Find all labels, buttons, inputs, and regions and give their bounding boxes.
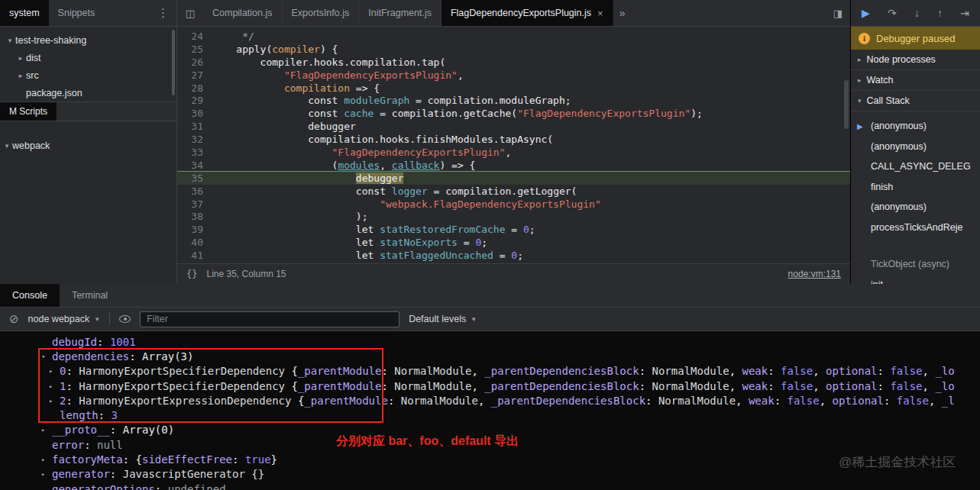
step-over-icon[interactable]: ↷ (888, 7, 897, 19)
expander-down-icon[interactable]: ▾ (41, 353, 52, 360)
console-row: ▸2: HarmonyExportExpressionDependency {_… (49, 393, 980, 408)
console-token: : (66, 380, 79, 392)
expander-right-icon[interactable]: ▸ (41, 470, 52, 478)
call-stack-frame[interactable]: (anonymous) (851, 137, 980, 157)
console-token: , (729, 365, 742, 377)
section-node-processes[interactable]: ▸Node processes (851, 50, 980, 70)
call-stack-frame[interactable]: CALL_ASYNC_DELEG (851, 156, 980, 177)
source-mapped-link[interactable]: node:vm:131 (788, 269, 841, 279)
code-line-33: 33 "FlagDependencyExportsPlugin", (177, 146, 850, 159)
execution-context-select[interactable]: node webpack▼ (28, 314, 101, 324)
line-number[interactable]: 34 (177, 160, 212, 171)
console-filter-input[interactable] (140, 311, 399, 327)
vm-scripts-header: M Scripts (0, 102, 176, 121)
line-number[interactable]: 31 (177, 121, 212, 132)
more-options-icon[interactable]: ⋮ (157, 6, 169, 20)
call-stack-frame[interactable]: processTicksAndReje (851, 218, 980, 238)
code-token: => { (350, 82, 380, 94)
code-token (212, 82, 284, 94)
expander-right-icon[interactable]: ▸ (41, 456, 52, 463)
live-expression-icon[interactable] (119, 315, 131, 323)
console-token: false (897, 395, 929, 407)
line-number[interactable]: 32 (177, 134, 212, 145)
call-stack-frame[interactable]: (anonymous) (851, 197, 980, 218)
console-row: length: 3 (49, 408, 980, 422)
line-number[interactable]: 26 (177, 56, 212, 68)
line-number[interactable]: 27 (177, 69, 212, 81)
line-number[interactable]: 28 (177, 82, 212, 94)
console-token: HarmonyExportSpecifierDependency (79, 380, 285, 392)
more-tabs-icon[interactable]: » (619, 7, 626, 19)
tree-item-package.json[interactable]: package.json (0, 84, 176, 102)
step-into-icon[interactable]: ↓ (914, 7, 920, 19)
editor-tab-ExportsInfo.js[interactable]: ExportsInfo.js (283, 0, 360, 26)
toggle-debugger-sidebar-icon[interactable]: ◨ (833, 8, 843, 19)
tab-filesystem[interactable]: system (0, 0, 49, 26)
code-token: ; (529, 224, 535, 235)
debugger-sections: ▸Node processes▸Watch▾Call Stack (851, 50, 980, 111)
line-number[interactable]: 40 (177, 237, 212, 248)
close-icon[interactable]: × (597, 8, 603, 19)
editor-tab-FlagDependencyExportsPlugin.js[interactable]: FlagDependencyExportsPlugin.js× (441, 0, 613, 26)
console-token: generatorOptions (52, 483, 155, 490)
code-line-31: 31 debugger (177, 120, 850, 133)
code-token: cache (344, 108, 374, 119)
console-token: false (890, 380, 922, 392)
code-token: compilation.hooks.finishModules.tapAsync… (212, 134, 553, 145)
expander-right-icon[interactable]: ▸ (49, 397, 60, 405)
line-number[interactable]: 41 (177, 250, 212, 261)
code-token: apply( (212, 44, 272, 55)
scrollbar-thumb[interactable] (172, 30, 175, 95)
line-number[interactable]: 29 (177, 95, 212, 106)
expander-right-icon[interactable]: ▸ (41, 426, 52, 434)
expander-right-icon[interactable]: ▸ (49, 382, 60, 390)
line-number[interactable]: 25 (177, 44, 212, 55)
tree-item-test-tree-shaking[interactable]: ▾test-tree-shaking (0, 31, 176, 49)
call-stack-frame[interactable]: init (851, 275, 980, 285)
current-frame-icon: ▶ (857, 122, 863, 131)
section-watch[interactable]: ▸Watch (851, 70, 980, 91)
tree-item-dist[interactable]: ▸dist (0, 49, 176, 66)
toggle-navigator-icon[interactable]: ◫ (177, 0, 203, 26)
code-editor: 24 */25 apply(compiler) {26 compiler.hoo… (177, 27, 850, 263)
resume-icon[interactable]: ▶ (862, 7, 870, 19)
expander-right-icon[interactable]: ▸ (49, 367, 60, 375)
navigator-pane: system Snippets ⋮ ▾test-tree-shaking▸dis… (0, 0, 177, 284)
console-row: ▸0: HarmonyExportSpecifierDependency {_p… (49, 364, 980, 379)
log-levels-select[interactable]: Default levels▼ (409, 314, 477, 324)
tab-snippets[interactable]: Snippets (49, 0, 105, 26)
line-number[interactable]: 37 (177, 198, 212, 210)
tab-vm-scripts[interactable]: M Scripts (0, 102, 57, 121)
tree-item-webpack[interactable]: ▾webpack (0, 137, 176, 154)
console-token: NormalModule (652, 365, 729, 377)
code-line-28: 28 compilation => { (177, 82, 850, 95)
step-out-icon[interactable]: ↑ (937, 7, 943, 19)
clear-console-icon[interactable]: ⊘ (9, 312, 19, 326)
console-token: generator (52, 468, 110, 480)
async-boundary: TickObject (async) (851, 254, 980, 275)
line-number[interactable]: 33 (177, 147, 212, 158)
editor-pane: ◫ Compilation.jsExportsInfo.jsInitFragme… (177, 0, 850, 284)
line-number[interactable]: 39 (177, 224, 212, 235)
code-token: ; (481, 237, 487, 248)
line-number[interactable]: 35 (177, 172, 212, 184)
code-token: const (212, 95, 344, 106)
console-token: NormalModule (394, 365, 471, 377)
line-number[interactable]: 38 (177, 211, 212, 222)
format-code-button[interactable]: {} (186, 269, 197, 279)
line-number[interactable]: 30 (177, 108, 212, 119)
code-token: callback (392, 160, 440, 171)
section-call-stack[interactable]: ▾Call Stack (851, 91, 980, 111)
tree-item-src[interactable]: ▸src (0, 66, 176, 84)
call-stack-frame[interactable]: ▶(anonymous) (851, 116, 980, 137)
editor-tab-Compilation.js[interactable]: Compilation.js (203, 0, 283, 26)
code-token: const (212, 185, 392, 197)
tab-console[interactable]: Console (0, 284, 60, 307)
scrollbar-thumb[interactable] (844, 80, 849, 129)
step-icon[interactable]: ⇥ (960, 7, 969, 19)
tab-terminal[interactable]: Terminal (60, 284, 120, 307)
line-number[interactable]: 36 (177, 185, 212, 197)
call-stack-frame[interactable]: finish (851, 177, 980, 198)
line-number[interactable]: 24 (177, 31, 212, 42)
editor-tab-InitFragment.js[interactable]: InitFragment.js (359, 0, 441, 26)
